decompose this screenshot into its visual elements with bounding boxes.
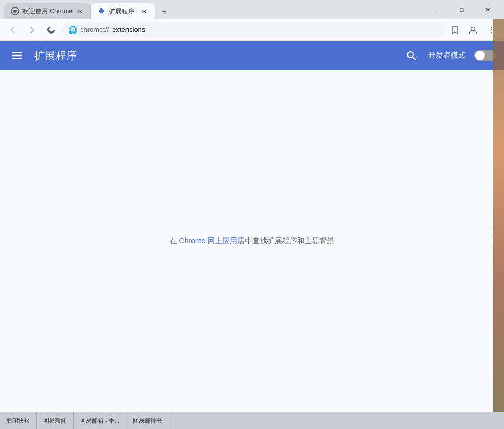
search-button[interactable] xyxy=(403,47,420,64)
tab-welcome-label: 欢迎使用 Chrome xyxy=(22,7,73,16)
nav-bar: 🌐 chrome://extensions xyxy=(0,19,504,41)
svg-line-10 xyxy=(413,57,415,60)
header-actions: 开发者模式 xyxy=(403,47,495,64)
store-text-prefix: 在 xyxy=(170,236,179,245)
store-link[interactable]: Chrome 网上应用店 xyxy=(179,236,245,245)
profile-button[interactable] xyxy=(465,21,482,38)
svg-rect-8 xyxy=(12,58,22,60)
chrome-tab-icon xyxy=(11,7,19,15)
svg-rect-6 xyxy=(12,52,22,53)
taskbar-item-0[interactable]: 新闻快报 xyxy=(0,412,37,429)
dev-mode-toggle[interactable] xyxy=(474,50,495,61)
reload-button[interactable] xyxy=(43,21,60,38)
tab-extensions-close[interactable]: ✕ xyxy=(140,7,148,15)
toggle-knob xyxy=(475,51,485,60)
close-button[interactable]: ✕ xyxy=(475,1,500,18)
taskbar-items: 新闻快报 网易新闻 网易邮箱 - 手... 网易邮件夹 xyxy=(0,412,169,429)
bookmark-button[interactable] xyxy=(446,21,463,38)
svg-point-5 xyxy=(491,31,492,33)
right-decorative-stripe xyxy=(493,19,504,412)
back-button[interactable] xyxy=(4,21,21,38)
svg-rect-7 xyxy=(12,55,22,57)
tab-extensions-label: 扩展程序 xyxy=(109,7,134,16)
taskbar: 新闻快报 网易新闻 网易邮箱 - 手... 网易邮件夹 xyxy=(0,412,504,429)
title-bar: 欢迎使用 Chrome ✕ 扩展程序 ✕ + ─ □ xyxy=(0,0,504,19)
hamburger-menu-button[interactable] xyxy=(9,47,26,64)
taskbar-item-2[interactable]: 网易邮箱 - 手... xyxy=(74,412,126,429)
taskbar-item-3[interactable]: 网易邮件夹 xyxy=(126,412,169,429)
tab-welcome[interactable]: 欢迎使用 Chrome ✕ xyxy=(4,3,91,19)
svg-point-3 xyxy=(491,26,492,27)
main-content: 在 Chrome 网上应用店中查找扩展程序和主题背景 xyxy=(0,70,504,412)
dev-mode-label: 开发者模式 xyxy=(428,51,466,60)
extensions-title: 扩展程序 xyxy=(34,49,394,63)
svg-point-4 xyxy=(491,29,492,30)
browser-window: 欢迎使用 Chrome ✕ 扩展程序 ✕ + ─ □ xyxy=(0,0,504,429)
new-tab-button[interactable]: + xyxy=(157,4,172,19)
minimize-button[interactable]: ─ xyxy=(424,1,449,18)
svg-point-1 xyxy=(13,10,17,13)
tabs-area: 欢迎使用 Chrome ✕ 扩展程序 ✕ + xyxy=(4,0,420,19)
window-controls: ─ □ ✕ xyxy=(424,1,500,18)
puzzle-tab-icon xyxy=(97,7,106,15)
address-bar[interactable]: 🌐 chrome://extensions xyxy=(62,22,444,37)
tab-extensions[interactable]: 扩展程序 ✕ xyxy=(91,3,155,19)
tab-welcome-close[interactable]: ✕ xyxy=(76,7,84,15)
address-path: extensions xyxy=(112,26,145,34)
nav-right-buttons xyxy=(446,21,500,38)
store-link-container: 在 Chrome 网上应用店中查找扩展程序和主题背景 xyxy=(170,236,335,246)
forward-button[interactable] xyxy=(23,21,41,38)
store-text-suffix: 中查找扩展程序和主题背景 xyxy=(245,236,334,245)
extensions-header: 扩展程序 开发者模式 xyxy=(0,41,504,70)
taskbar-item-1[interactable]: 网易新闻 xyxy=(37,412,74,429)
address-scheme: chrome:// xyxy=(80,26,109,34)
maximize-button[interactable]: □ xyxy=(450,1,474,18)
site-info-icon: 🌐 xyxy=(68,26,77,34)
